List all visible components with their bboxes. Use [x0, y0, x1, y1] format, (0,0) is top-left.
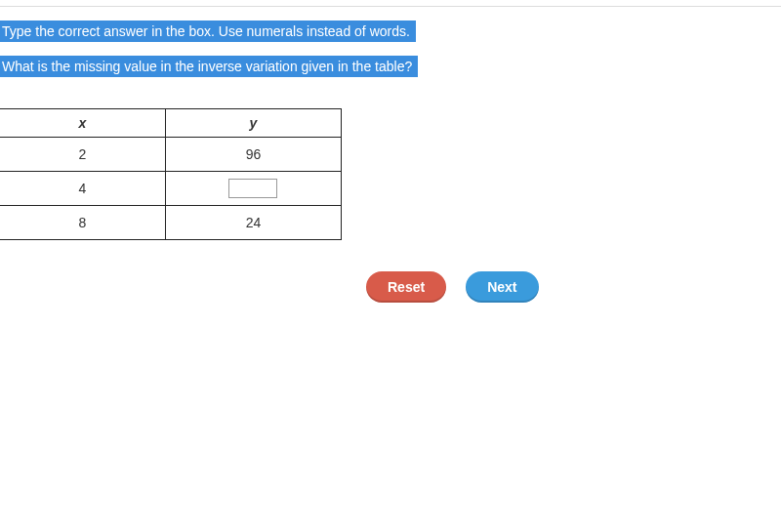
variation-table: x y 2 96 4 8 24 — [0, 108, 342, 240]
button-row: Reset Next — [366, 271, 781, 303]
instruction-line-2: What is the missing value in the inverse… — [0, 56, 418, 77]
cell-y: 24 — [165, 206, 341, 240]
table-row: 4 — [0, 172, 342, 206]
cell-x: 8 — [0, 206, 165, 240]
header-x: x — [0, 109, 165, 138]
cell-x: 2 — [0, 138, 165, 172]
answer-input[interactable] — [228, 179, 277, 198]
table-row: 2 96 — [0, 138, 342, 172]
table-row: 8 24 — [0, 206, 342, 240]
table-header-row: x y — [0, 109, 342, 138]
header-y: y — [165, 109, 341, 138]
cell-y-input — [165, 172, 341, 206]
cell-y: 96 — [165, 138, 341, 172]
cell-x: 4 — [0, 172, 165, 206]
reset-button[interactable]: Reset — [366, 271, 446, 303]
instruction-line-1: Type the correct answer in the box. Use … — [0, 20, 416, 42]
next-button[interactable]: Next — [466, 271, 538, 303]
question-content: Type the correct answer in the box. Use … — [0, 7, 781, 303]
